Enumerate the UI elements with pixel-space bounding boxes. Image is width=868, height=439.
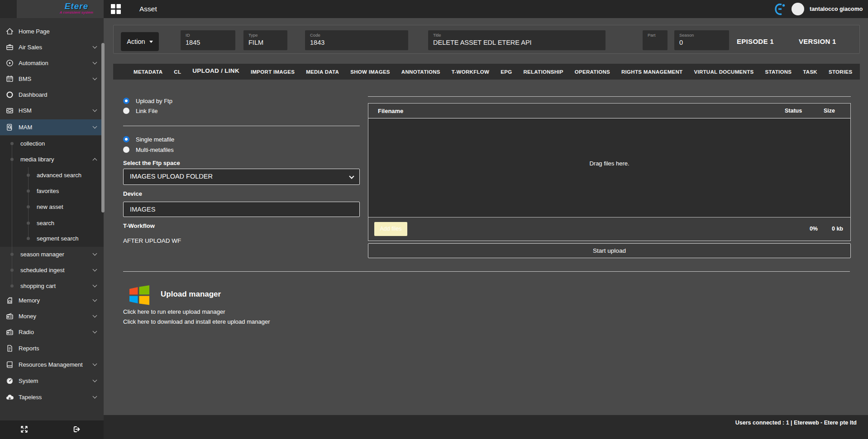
logo-dark-strip (0, 0, 17, 18)
tab-import-images[interactable]: IMPORT IMAGES (251, 69, 295, 75)
upload-by-ftp-radio[interactable]: Upload by Ftp (123, 97, 172, 105)
sidebar-item-tapeless[interactable]: Tapeless (0, 389, 104, 405)
tab-relationship[interactable]: RELATIONSHIP (523, 69, 563, 75)
sidebar-item-label: Resources Management (19, 361, 83, 368)
user-menu[interactable] (768, 0, 868, 18)
document-icon (6, 345, 14, 352)
episode-value: EPISODE 1 (737, 38, 774, 45)
sidebar-item-collection[interactable]: collection (0, 136, 104, 151)
id-field-label: ID (186, 33, 230, 38)
run-upload-manager-link[interactable]: Click here to run etere upload manager (123, 308, 225, 315)
upload-total-size: 0 kb (832, 217, 843, 241)
tab-task[interactable]: TASK (803, 69, 817, 75)
tree-dot (27, 222, 30, 225)
chevron-down-icon (93, 251, 97, 256)
tab-show-images[interactable]: SHOW IMAGES (350, 69, 390, 75)
type-field: Type FILM (243, 30, 287, 50)
sidebar-item-season-manager[interactable]: season manager (0, 246, 104, 262)
sidebar-item-label: Tapeless (19, 394, 42, 401)
sidebar-item-segment-search[interactable]: segment search (0, 231, 104, 246)
type-field-label: Type (248, 33, 282, 38)
device-label: Device (123, 190, 142, 197)
chevron-down-icon (93, 378, 97, 382)
sidebar-item-favorites[interactable]: favorites (0, 183, 104, 199)
tree-dot (10, 142, 14, 145)
download-upload-manager-link[interactable]: Click here to download and install etere… (123, 318, 270, 325)
sidebar-item-label: scheduled ingest (20, 267, 65, 274)
sidebar-item-scheduled-ingest[interactable]: scheduled ingest (0, 262, 104, 278)
title-field-value: DELETE ASSET EDL ETERE API (433, 38, 601, 47)
sidebar-item-label: segment search (37, 235, 79, 242)
radio-unselected-icon (123, 108, 129, 114)
sidebar-item-dashboard[interactable]: Dashboard (0, 87, 104, 103)
sidebar-item-mam[interactable]: MAM (0, 119, 104, 135)
tab-annotations[interactable]: ANNOTATIONS (401, 69, 440, 75)
id-field: ID 1845 (181, 30, 235, 50)
tab-stories[interactable]: STORIES (829, 69, 852, 75)
tab-metadata[interactable]: METADATA (134, 69, 162, 75)
filename-column-header: Filename (378, 104, 403, 118)
logout-button[interactable] (72, 425, 81, 434)
radio-selected-icon (123, 136, 129, 142)
caret-down-icon (149, 41, 153, 43)
sidebar-item-system[interactable]: System (0, 373, 104, 389)
upload-manager-title: Upload manager (161, 290, 221, 299)
sidebar-item-automation[interactable]: Automation (0, 55, 104, 71)
sidebar-item-advanced-search[interactable]: advanced search (0, 167, 104, 183)
sidebar-item-money[interactable]: Money (0, 308, 104, 324)
document-search-icon (6, 123, 14, 131)
code-field: Code 1843 (305, 30, 408, 50)
sidebar-item-label: HSM (19, 107, 32, 114)
multi-metafiles-radio[interactable]: Multi-metafiles (123, 146, 174, 154)
sidebar-item-media-library[interactable]: media library (0, 151, 104, 167)
season-field-value: 0 (679, 38, 724, 47)
tab-virtual-documents[interactable]: VIRTUAL DOCUMENTS (694, 69, 754, 75)
single-metafile-radio[interactable]: Single metafile (123, 135, 174, 143)
topbar: Etere A consistent system Asset tantaloc… (0, 0, 868, 18)
start-upload-button[interactable]: Start upload (368, 243, 851, 258)
sidebar-item-bms[interactable]: BMS (0, 71, 104, 87)
apps-grid-icon[interactable] (111, 4, 121, 14)
action-button[interactable]: Action (121, 32, 159, 51)
device-input[interactable] (123, 202, 360, 217)
link-file-radio[interactable]: Link File (123, 107, 157, 115)
home-icon (6, 28, 14, 35)
tab-epg[interactable]: EPG (501, 69, 512, 75)
title-field-label: Title (433, 33, 601, 38)
sidebar-item-label: season manager (20, 251, 64, 258)
season-field-label: Season (679, 33, 724, 38)
sidebar-item-shopping-cart[interactable]: shopping cart (0, 278, 104, 294)
sidebar-scrollbar[interactable] (101, 43, 105, 212)
sidebar-item-new-asset[interactable]: new asset (0, 199, 104, 215)
upload-progress: 0% (810, 217, 818, 241)
tree-dot (10, 158, 14, 161)
main-content: Action ID 1845 Type FILM Code 1843 Title… (104, 18, 868, 415)
tab-media-data[interactable]: MEDIA DATA (306, 69, 339, 75)
sidebar-item-air-sales[interactable]: Air Sales (0, 39, 104, 55)
chevron-down-icon (93, 267, 97, 272)
version-value: VERSION 1 (799, 38, 836, 45)
ftp-space-select[interactable]: IMAGES UPLOAD FOLDER (123, 169, 360, 185)
sidebar-item-hsm[interactable]: HSM (0, 103, 104, 118)
brand-logo-area: Etere A consistent system (0, 0, 104, 18)
sidebar-item-search[interactable]: search (0, 215, 104, 231)
sidebar-item-resources-management[interactable]: Resources Management (0, 357, 104, 373)
sidebar-item-radio[interactable]: Radio (0, 324, 104, 340)
size-column-header: Size (824, 104, 835, 118)
chevron-down-icon (93, 76, 97, 80)
sidebar-item-memory[interactable]: Memory (0, 293, 104, 308)
sidebar-item-home-page[interactable]: Home Page (0, 24, 104, 39)
tree-dot (27, 174, 30, 177)
tab-upload-link[interactable]: UPLOAD / LINK (192, 67, 239, 74)
file-dropzone[interactable]: Drag files here. (368, 118, 850, 217)
upload-panel-top-border (368, 96, 851, 97)
add-files-button[interactable]: Add files (374, 222, 407, 236)
sidebar-item-reports[interactable]: Reports (0, 340, 104, 356)
tab-stations[interactable]: STATIONS (765, 69, 792, 75)
tab-cl[interactable]: CL (174, 69, 181, 75)
tab-t-workflow[interactable]: T-WORKFLOW (452, 69, 489, 75)
tab-rights-management[interactable]: RIGHTS MANAGEMENT (621, 69, 682, 75)
tab-operations[interactable]: OPERATIONS (575, 69, 610, 75)
brand-name: Etere (49, 2, 104, 10)
fullscreen-button[interactable] (20, 425, 29, 434)
